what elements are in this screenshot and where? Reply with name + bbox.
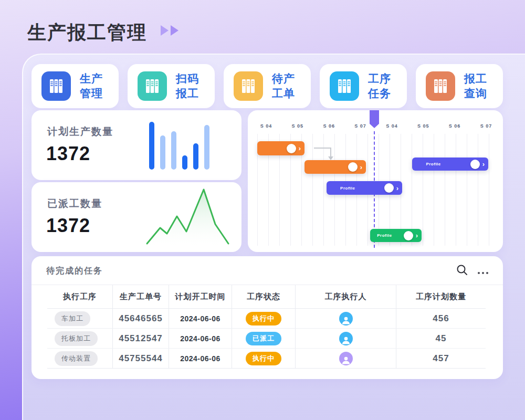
gantt-gridline <box>467 134 467 246</box>
bar <box>182 155 187 170</box>
nav-card-2[interactable]: 待产工单 <box>224 64 311 108</box>
start-date: 2024-06-06 <box>180 354 220 363</box>
planned-qty: 456 <box>433 313 449 324</box>
nav-label: 报工查询 <box>464 71 487 101</box>
order-number: 45512547 <box>119 333 163 344</box>
nav-card-1[interactable]: 扫码报工 <box>128 64 215 108</box>
tasks-title: 待完成的任务 <box>46 266 103 277</box>
dispatched-quantity-card: 已派工数量 1372 <box>32 182 242 252</box>
gantt-connector <box>314 148 331 149</box>
table-row-0: 车加工 45646565 2024-06-06 执行中 456 <box>47 309 486 329</box>
gantt-task-bar-0[interactable]: › <box>257 141 304 155</box>
dispatched-line-chart <box>144 183 234 251</box>
gantt-gridline <box>478 134 478 246</box>
gantt-column-label: S 04 <box>260 123 272 129</box>
table-row-2: 传动装置 45755544 2024-06-06 执行中 457 <box>47 349 486 369</box>
gantt-gridline <box>434 134 434 246</box>
planned-quantity-value: 1372 <box>46 143 90 165</box>
order-number: 45755544 <box>119 353 163 364</box>
books-icon <box>330 71 359 101</box>
gantt-connector-arrow-icon <box>328 156 333 160</box>
planned-qty: 45 <box>436 333 447 344</box>
table-row-1: 托板加工 45512547 2024-06-06 已派工 45 <box>47 329 486 349</box>
gantt-column-label: S 06 <box>449 123 461 129</box>
drag-handle-icon[interactable] <box>287 144 296 153</box>
books-icon <box>234 71 263 101</box>
process-pill: 托板加工 <box>55 331 98 346</box>
bar <box>171 131 176 170</box>
table-header-cell: 执行工序 <box>47 285 113 308</box>
tasks-header: 待完成的任务 <box>32 256 503 285</box>
gantt-column-label: S 05 <box>417 123 429 129</box>
chevron-right-icon: › <box>416 232 418 239</box>
books-icon <box>426 71 455 101</box>
books-icon <box>138 71 167 101</box>
pending-tasks-card: 待完成的任务 执行工序生产工单号计划开工时间工序状态工序执行人工序计划数量车加工… <box>32 256 503 379</box>
nav-label: 生产管理 <box>80 71 103 101</box>
table-header-cell: 工序执行人 <box>296 285 396 308</box>
gantt-bar-label: Profile <box>340 186 355 191</box>
planned-quantity-label: 计划生产数量 <box>47 125 113 139</box>
gantt-task-bar-1[interactable]: › <box>304 160 366 174</box>
dispatched-quantity-value: 1372 <box>46 215 90 237</box>
planned-quantity-card: 计划生产数量 1372 <box>32 110 242 180</box>
gantt-gridline <box>489 134 489 246</box>
table-header-cell: 生产工单号 <box>113 285 169 308</box>
process-pill: 传动装置 <box>55 351 98 366</box>
search-icon[interactable] <box>456 264 468 278</box>
gantt-gridline <box>312 134 313 246</box>
nav-label: 待产工单 <box>272 71 295 101</box>
gantt-task-bar-3[interactable]: Profile › <box>412 158 488 171</box>
gantt-task-bar-4[interactable]: Profile › <box>370 229 422 242</box>
executor-avatar <box>339 312 353 326</box>
nav-card-0[interactable]: 生产管理 <box>32 64 119 108</box>
nav-label: 扫码报工 <box>176 71 199 101</box>
status-badge: 执行中 <box>246 312 281 326</box>
gantt-bar-label: Profile <box>426 162 440 166</box>
executor-avatar <box>339 332 353 345</box>
chevron-right-icon: › <box>396 185 398 192</box>
more-options-icon[interactable] <box>478 268 488 274</box>
drag-handle-icon[interactable] <box>384 183 394 193</box>
start-date: 2024-06-06 <box>180 334 220 343</box>
gantt-gridline <box>423 134 423 246</box>
nav-card-4[interactable]: 报工查询 <box>416 64 503 108</box>
order-number: 45646565 <box>119 313 163 324</box>
gantt-gridline <box>445 134 445 246</box>
table-header-cell: 工序计划数量 <box>396 285 486 308</box>
gantt-today-marker <box>370 110 379 128</box>
chevron-right-icon: › <box>299 145 301 152</box>
nav-card-3[interactable]: 工序任务 <box>320 64 407 108</box>
table-header-row: 执行工序生产工单号计划开工时间工序状态工序执行人工序计划数量 <box>47 285 486 309</box>
planned-bar-chart <box>149 120 217 170</box>
gantt-column-label: S 06 <box>323 123 335 129</box>
drag-handle-icon[interactable] <box>348 162 358 172</box>
gantt-gridline <box>323 134 324 246</box>
chevron-right-icon: › <box>482 161 485 167</box>
status-badge: 已派工 <box>246 332 281 345</box>
executor-avatar <box>339 352 353 365</box>
play-arrow-icon <box>171 25 178 36</box>
title-arrows-icon <box>161 25 178 36</box>
gantt-column-label: S 04 <box>386 123 398 129</box>
gantt-task-bar-2[interactable]: Profile › <box>327 181 402 195</box>
start-date: 2024-06-06 <box>180 314 220 323</box>
gantt-connector <box>330 148 331 156</box>
planned-qty: 457 <box>433 353 449 364</box>
play-arrow-icon <box>161 25 169 36</box>
bar <box>149 122 154 170</box>
bar <box>160 135 165 170</box>
gantt-chart-card: S 04S 05S 06S 07S 04S 05S 06S 07 › ›Prof… <box>248 110 503 252</box>
drag-handle-icon[interactable] <box>404 231 413 240</box>
page-title: 生产报工管理 <box>27 20 147 46</box>
table-header-cell: 计划开工时间 <box>169 285 232 308</box>
process-pill: 车加工 <box>55 311 90 326</box>
gantt-column-label: S 07 <box>480 123 492 129</box>
bar <box>193 143 198 170</box>
drag-handle-icon[interactable] <box>470 160 480 169</box>
dispatched-quantity-label: 已派工数量 <box>47 197 102 211</box>
books-icon <box>41 71 71 101</box>
tasks-table: 执行工序生产工单号计划开工时间工序状态工序执行人工序计划数量车加工 456465… <box>47 285 486 369</box>
gantt-gridline <box>456 134 456 246</box>
bar <box>204 125 209 170</box>
